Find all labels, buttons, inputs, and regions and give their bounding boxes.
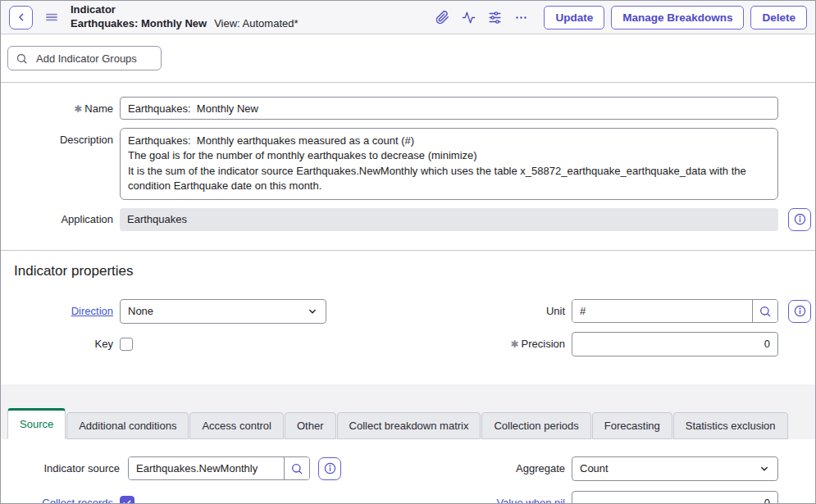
unit-input[interactable] bbox=[572, 300, 752, 322]
record-name-label: Earthquakes: Monthly New bbox=[71, 17, 207, 31]
key-label: Key bbox=[7, 338, 120, 350]
description-textarea[interactable]: Earthquakes: Monthly earthquakes measure… bbox=[120, 128, 778, 200]
application-value: Earthquakes bbox=[120, 208, 778, 231]
unit-info-button[interactable] bbox=[788, 300, 811, 323]
info-icon bbox=[793, 304, 807, 318]
info-icon bbox=[323, 461, 337, 475]
direction-unit-row: Direction None Unit bbox=[1, 299, 815, 324]
main-form-section: ✱Name Description Earthquakes: Monthly e… bbox=[1, 83, 815, 250]
tab-additional-conditions[interactable]: Additional conditions bbox=[66, 412, 189, 439]
tab-access-control[interactable]: Access control bbox=[189, 412, 284, 439]
section-title: Indicator properties bbox=[1, 263, 815, 279]
tab-source[interactable]: Source bbox=[7, 408, 66, 439]
view-label: View: Automated* bbox=[214, 17, 298, 31]
personalize-form-icon[interactable] bbox=[488, 11, 502, 25]
direction-select[interactable]: None bbox=[120, 299, 326, 324]
key-precision-row: Key ✱Precision bbox=[1, 332, 815, 356]
indicator-form-page: Indicator Earthquakes: Monthly New View:… bbox=[0, 0, 816, 504]
chevron-left-icon bbox=[15, 11, 28, 24]
activity-icon[interactable] bbox=[462, 11, 476, 25]
name-input[interactable] bbox=[120, 97, 778, 120]
required-icon: ✱ bbox=[74, 103, 82, 115]
indicator-source-field-group bbox=[128, 456, 310, 480]
indicator-source-label: Indicator source bbox=[7, 462, 120, 474]
tab-collection-periods[interactable]: Collection periods bbox=[481, 412, 590, 439]
context-menu-icon[interactable] bbox=[44, 10, 59, 25]
source-tab-panel: Indicator source Aggregate bbox=[1, 439, 815, 504]
unit-field-group bbox=[572, 299, 778, 323]
tab-collect-breakdown-matrix[interactable]: Collect breakdown matrix bbox=[337, 412, 481, 439]
precision-input[interactable] bbox=[572, 332, 778, 356]
indicator-groups-bar bbox=[1, 34, 815, 83]
tab-other[interactable]: Other bbox=[285, 412, 336, 439]
indicator-source-aggregate-row: Indicator source Aggregate bbox=[1, 456, 815, 481]
description-label: Description bbox=[7, 128, 120, 146]
value-when-nil-label-link[interactable]: Value when nil bbox=[496, 497, 565, 504]
tab-forecasting[interactable]: Forecasting bbox=[592, 412, 672, 439]
search-icon bbox=[759, 305, 772, 318]
key-checkbox[interactable] bbox=[120, 338, 133, 351]
update-button[interactable]: Update bbox=[544, 6, 604, 30]
manage-breakdowns-button[interactable]: Manage Breakdowns bbox=[611, 6, 744, 30]
indicator-source-input[interactable] bbox=[129, 457, 284, 479]
required-icon: ✱ bbox=[510, 338, 518, 350]
application-label: Application bbox=[7, 213, 120, 225]
direction-label-link[interactable]: Direction bbox=[71, 305, 113, 317]
indicator-properties-section: Indicator properties Direction None Unit bbox=[1, 251, 815, 384]
search-icon bbox=[290, 462, 303, 475]
more-actions-icon[interactable] bbox=[514, 11, 528, 25]
check-icon bbox=[122, 498, 132, 504]
collect-records-label-link[interactable]: Collect records bbox=[42, 497, 113, 504]
chevron-down-icon bbox=[759, 463, 770, 474]
info-icon bbox=[793, 212, 807, 226]
back-button[interactable] bbox=[9, 6, 33, 30]
name-label: ✱Name bbox=[7, 102, 120, 115]
record-title: Indicator Earthquakes: Monthly New View:… bbox=[71, 3, 299, 31]
precision-label: ✱Precision bbox=[510, 338, 572, 350]
add-indicator-groups-input[interactable] bbox=[34, 52, 153, 66]
delete-button[interactable]: Delete bbox=[750, 6, 807, 30]
record-type-label: Indicator bbox=[71, 3, 299, 17]
collect-records-checkbox[interactable] bbox=[120, 496, 134, 504]
application-row: Application Earthquakes bbox=[1, 208, 815, 231]
attachment-icon[interactable] bbox=[435, 11, 449, 25]
indicator-source-lookup-button[interactable] bbox=[284, 457, 309, 479]
name-row: ✱Name bbox=[1, 97, 815, 120]
application-info-button[interactable] bbox=[788, 208, 811, 231]
value-when-nil-input[interactable] bbox=[572, 491, 778, 504]
unit-label: Unit bbox=[546, 305, 572, 317]
header-actions: Update Manage Breakdowns Delete bbox=[435, 6, 807, 30]
direction-value: None bbox=[128, 305, 153, 317]
add-indicator-groups-search[interactable] bbox=[7, 46, 162, 70]
aggregate-label: Aggregate bbox=[516, 462, 572, 474]
tab-statistics-exclusion[interactable]: Statistics exclusion bbox=[673, 412, 788, 439]
aggregate-select[interactable]: Count bbox=[572, 456, 778, 481]
unit-lookup-button[interactable] bbox=[752, 300, 777, 322]
record-header: Indicator Earthquakes: Monthly New View:… bbox=[1, 1, 815, 34]
search-icon bbox=[16, 52, 28, 65]
description-row: Description Earthquakes: Monthly earthqu… bbox=[1, 128, 815, 200]
chevron-down-icon bbox=[307, 306, 318, 317]
aggregate-value: Count bbox=[580, 462, 609, 474]
collect-records-nil-row: Collect records Value when nil bbox=[1, 491, 815, 504]
form-tabs: Source Additional conditions Access cont… bbox=[1, 384, 815, 439]
indicator-source-info-button[interactable] bbox=[318, 457, 341, 480]
